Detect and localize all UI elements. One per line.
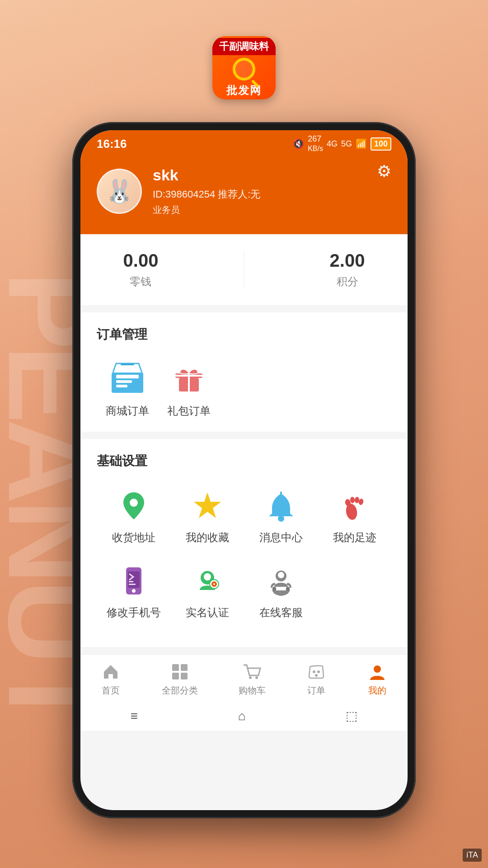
status-icons: 🔇 267KB/s 4G 5G 📶 100: [293, 134, 391, 153]
service-icon: [263, 563, 299, 599]
settings-item-footprint[interactable]: 我的足迹: [318, 483, 391, 549]
svg-rect-22: [129, 584, 136, 585]
idcard-icon: [189, 563, 225, 599]
balance-amount-points: 2.00: [330, 250, 365, 271]
store-order-label: 商城订单: [106, 404, 149, 418]
home-nav-icon: [101, 662, 121, 682]
order-item-store[interactable]: 商城订单: [106, 357, 149, 418]
settings-item-location[interactable]: 收货地址: [97, 483, 170, 549]
svg-point-42: [374, 665, 381, 673]
svg-point-39: [313, 670, 315, 673]
settings-item-idcard[interactable]: 实名认证: [170, 558, 244, 624]
profile-role: 业务员: [153, 204, 260, 216]
nav-item-cart[interactable]: 购物车: [230, 662, 275, 697]
balance-divider: [244, 250, 244, 289]
app-icon: 千副调味料 批发网: [212, 36, 276, 99]
profile-id: ID:398604254 推荐人:无: [153, 188, 260, 201]
svg-rect-2: [116, 380, 132, 383]
balance-amount-money: 0.00: [123, 250, 159, 271]
gift-order-icon: [169, 357, 209, 397]
bell-icon: [263, 488, 299, 524]
settings-section: 基础设置 收货地址: [80, 439, 408, 647]
nav-item-home[interactable]: 首页: [92, 662, 130, 697]
svg-rect-34: [181, 664, 188, 671]
nav-item-categories[interactable]: 全部分类: [153, 662, 207, 697]
order-section-title: 订单管理: [97, 326, 391, 343]
nav-item-mine[interactable]: 我的: [358, 662, 396, 697]
profile-info: skk ID:398604254 推荐人:无 业务员: [153, 166, 260, 216]
categories-nav-icon: [170, 662, 190, 682]
status-bar: 16:16 🔇 267KB/s 4G 5G 📶 100: [80, 130, 408, 157]
sys-home-button[interactable]: ⌂: [238, 709, 246, 723]
watermark: iTA: [463, 849, 482, 862]
location-icon: [116, 488, 152, 524]
balance-section: 0.00 零钱 2.00 积分: [80, 234, 408, 305]
battery-indicator: 100: [371, 137, 391, 151]
svg-point-41: [315, 674, 318, 677]
settings-section-title: 基础设置: [97, 453, 391, 470]
phone-screen: 16:16 🔇 267KB/s 4G 5G 📶 100 ⚙ 🐰 skk ID:3…: [80, 130, 408, 810]
cart-nav-label: 购物车: [239, 684, 266, 697]
balance-item-points[interactable]: 2.00 积分: [330, 250, 365, 289]
svg-point-15: [350, 497, 355, 504]
app-icon-magnify: [230, 55, 258, 83]
svg-rect-3: [116, 385, 127, 387]
scroll-content[interactable]: 0.00 零钱 2.00 积分 订单管理: [80, 234, 408, 742]
settings-row-1: 收货地址 我的收藏: [97, 483, 391, 549]
footprint-label: 我的足迹: [333, 530, 376, 545]
svg-point-9: [130, 499, 138, 507]
svg-point-30: [278, 572, 284, 578]
order-section: 订单管理: [80, 312, 408, 432]
svg-point-20: [132, 589, 136, 593]
network-text: 267KB/s: [308, 134, 323, 153]
mine-nav-label: 我的: [368, 684, 386, 697]
phone-label: 修改手机号: [107, 605, 161, 620]
avatar-image: 🐰: [98, 170, 141, 212]
settings-row-2: 修改手机号: [97, 558, 391, 624]
sys-back-button[interactable]: ⬚: [346, 708, 357, 723]
svg-rect-33: [172, 664, 179, 671]
cart-nav-icon: [242, 662, 262, 682]
bottom-nav: 首页 全部分类: [80, 654, 408, 701]
settings-item-favorites[interactable]: 我的收藏: [170, 483, 244, 549]
favorites-label: 我的收藏: [186, 530, 229, 545]
settings-item-messages[interactable]: 消息中心: [244, 483, 318, 549]
svg-point-24: [204, 573, 211, 580]
balance-item-money[interactable]: 0.00 零钱: [123, 250, 159, 289]
messages-label: 消息中心: [259, 530, 303, 545]
status-time: 16:16: [97, 137, 127, 151]
settings-button[interactable]: ⚙: [377, 162, 391, 181]
settings-item-service[interactable]: 在线客服: [244, 558, 318, 624]
sys-nav: ≡ ⌂ ⬚: [80, 701, 408, 731]
gift-order-label: 礼包订单: [167, 404, 211, 418]
orders-nav-icon: [306, 662, 326, 682]
service-label: 在线客服: [259, 605, 303, 620]
settings-item-phone[interactable]: 修改手机号: [97, 558, 170, 624]
mine-nav-icon: [367, 662, 387, 682]
svg-rect-21: [129, 581, 133, 582]
orders-nav-label: 订单: [307, 684, 325, 697]
footprint-icon: [337, 488, 373, 524]
store-order-icon: [107, 357, 148, 397]
signal-icon: 🔇: [293, 138, 304, 149]
profile-content: 🐰 skk ID:398604254 推荐人:无 业务员: [97, 166, 391, 216]
svg-rect-36: [181, 673, 188, 679]
svg-rect-35: [172, 673, 179, 679]
svg-rect-4: [121, 363, 134, 365]
5g-icon: 5G: [341, 139, 352, 149]
magnify-icon: [233, 58, 255, 80]
avatar[interactable]: 🐰: [97, 169, 142, 214]
profile-name: skk: [153, 166, 260, 184]
app-icon-title: 千副调味料: [212, 38, 276, 55]
sys-menu-button[interactable]: ≡: [131, 709, 138, 723]
svg-rect-1: [116, 375, 139, 378]
nav-item-orders[interactable]: 订单: [297, 662, 335, 697]
profile-header: ⚙ 🐰 skk ID:398604254 推荐人:无 业务员: [80, 157, 408, 234]
home-nav-label: 首页: [102, 684, 120, 697]
idcard-label: 实名认证: [186, 605, 229, 620]
phone-frame: 16:16 🔇 267KB/s 4G 5G 📶 100 ⚙ 🐰 skk ID:3…: [72, 122, 416, 818]
signal-bars: 📶: [356, 138, 367, 149]
svg-point-37: [249, 676, 252, 679]
order-item-gift[interactable]: 礼包订单: [167, 357, 211, 418]
svg-marker-10: [194, 492, 221, 518]
